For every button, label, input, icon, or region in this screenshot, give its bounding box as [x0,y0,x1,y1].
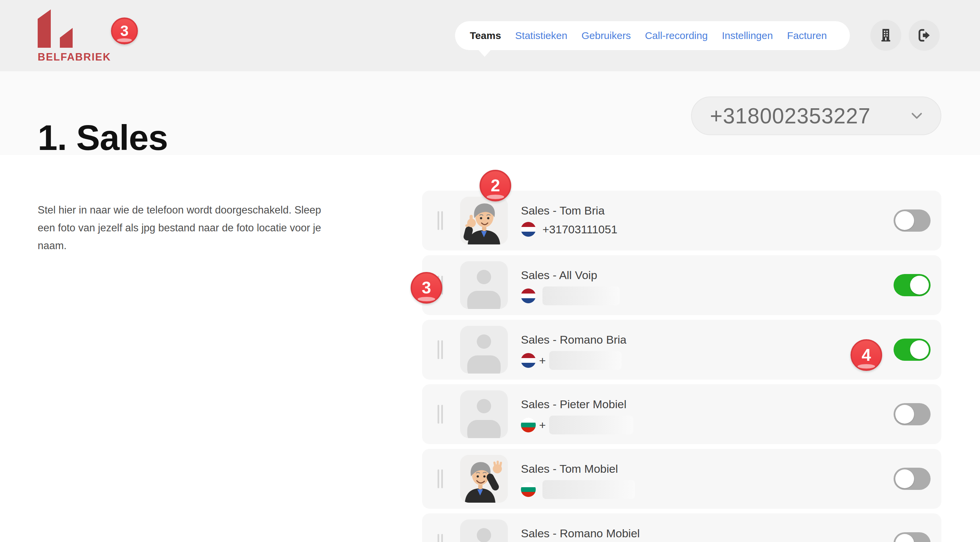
selected-phone-number: +318002353227 [710,103,871,129]
page-title: 1. Sales [38,118,168,158]
member-name: Sales - Romano Mobiel [521,527,640,540]
member-phone-line: + [521,416,633,434]
member-info: Sales - Pieter Mobiel + [521,398,633,434]
page-header: 1. Sales +318002353227 [0,71,980,155]
topbar: BELFABRIEK 3 TeamsStatistiekenGebruikers… [0,0,980,71]
annotation-badge-4: 4 [851,339,882,371]
team-member-row: Sales - Romano Bria + 4 [422,320,941,380]
building-icon [878,27,894,43]
team-member-row: Sales - Tom Mobiel [422,449,941,509]
main-content: Stel hier in naar wie de telefoon wordt … [0,155,980,542]
avatar-placeholder[interactable] [460,390,508,438]
forwarding-toggle[interactable] [894,210,931,232]
member-info: Sales - Tom Mobiel [521,462,635,499]
drag-handle[interactable] [438,340,443,359]
redacted-phone-blur [542,480,635,499]
brand-name: BELFABRIEK [38,51,111,63]
nav-item-statistieken[interactable]: Statistieken [515,30,567,41]
member-phone-line [521,480,635,499]
annotation-badge-number: 3 [120,22,129,39]
company-button[interactable] [870,20,901,51]
primary-nav: TeamsStatistiekenGebruikersCall-recordin… [455,21,850,50]
forwarding-toggle[interactable] [894,339,931,361]
country-flag-icon [521,482,536,497]
avatar-memoji-wave[interactable] [460,455,508,503]
member-phone-line: + [521,351,627,370]
annotation-badge-number: 4 [862,345,871,365]
avatar-placeholder[interactable] [460,520,508,542]
country-flag-icon [521,418,536,432]
nav-item-teams[interactable]: Teams [470,30,501,41]
team-member-row: Sales - Romano Mobiel [422,513,941,542]
member-name: Sales - Tom Mobiel [521,462,635,475]
member-phone-line [521,286,620,305]
member-name: Sales - All Voip [521,269,620,282]
member-name: Sales - Pieter Mobiel [521,398,633,411]
member-info: Sales - Romano Bria + [521,333,627,370]
active-tab-pointer [478,49,492,57]
toggle-knob [895,211,914,230]
country-flag-icon [521,288,536,303]
toggle-knob [910,276,929,294]
toggle-knob [895,469,914,488]
nav-item-facturen[interactable]: Facturen [787,30,827,41]
toggle-knob [895,405,914,424]
annotation-badge-number: 3 [422,278,431,297]
nav-item-gebruikers[interactable]: Gebruikers [581,30,631,41]
drag-handle[interactable] [438,405,443,424]
chevron-down-icon [911,112,923,120]
team-member-list: Sales - Tom Bria +31703111051 2 [422,191,941,542]
phone-number-select[interactable]: +318002353227 [691,97,941,135]
member-phone: +31703111051 [542,223,617,236]
team-member-row: Sales - All Voip 3 [422,255,941,315]
annotation-badge-3: 3 [410,272,442,304]
member-info: Sales - Tom Bria +31703111051 [521,204,617,237]
forwarding-toggle[interactable] [894,532,931,542]
forwarding-toggle[interactable] [894,274,931,296]
annotation-badge-2: 2 [480,170,511,202]
nav-item-instellingen[interactable]: Instellingen [722,30,773,41]
sign-out-icon [916,27,932,43]
avatar-placeholder[interactable] [460,261,508,309]
toggle-knob [910,340,929,359]
redacted-phone-blur [542,286,620,305]
forwarding-toggle[interactable] [894,468,931,490]
annotation-badge-number: 2 [491,176,500,196]
avatar-memoji-call-gesture[interactable] [460,197,508,245]
avatar-placeholder[interactable] [460,326,508,374]
brand-logo[interactable]: BELFABRIEK [38,10,111,63]
member-name: Sales - Romano Bria [521,333,627,346]
phone-prefix: + [539,419,546,432]
country-flag-icon [521,353,536,368]
bar-chart-buildings-icon [38,10,73,48]
member-info: Sales - All Voip [521,269,620,305]
member-phone-line: +31703111051 [521,222,617,237]
country-flag-icon [521,222,536,237]
redacted-phone-blur [549,351,622,370]
team-member-row: Sales - Tom Bria +31703111051 2 [422,191,941,251]
phone-prefix: + [539,354,546,367]
drag-handle[interactable] [438,469,443,488]
redacted-phone-blur [549,416,633,434]
forwarding-description: Stel hier in naar wie de telefoon wordt … [38,201,337,254]
team-member-row: Sales - Pieter Mobiel + [422,384,941,444]
drag-handle[interactable] [438,534,443,542]
member-name: Sales - Tom Bria [521,204,617,217]
toggle-knob [895,534,914,542]
app-canvas: BELFABRIEK 3 TeamsStatistiekenGebruikers… [0,0,980,542]
member-info: Sales - Romano Mobiel [521,527,640,540]
annotation-badge-3-topbar: 3 [111,17,138,45]
drag-handle[interactable] [438,211,443,230]
nav-item-call-recording[interactable]: Call-recording [645,30,708,41]
logout-button[interactable] [909,20,940,51]
forwarding-toggle[interactable] [894,403,931,425]
